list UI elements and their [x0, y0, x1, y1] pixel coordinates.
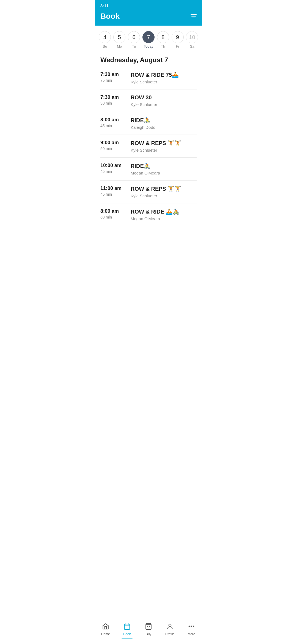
class-time-main: 7:30 am	[100, 72, 131, 77]
class-item[interactable]: 10:00 am45 minRIDE🚴Megan O'Meara	[100, 158, 197, 181]
class-time-duration: 50 min	[100, 146, 131, 151]
date-number-7: 7	[142, 31, 155, 43]
class-time-main: 7:30 am	[100, 94, 131, 100]
class-item[interactable]: 7:30 am30 minROW 30Kyle Schlueter	[100, 89, 197, 112]
page-content: 4Su5Mo6Tu7Today8Th9Fr10Sa Wednesday, Aug…	[95, 26, 202, 251]
class-instructor: Megan O'Meara	[131, 216, 197, 221]
class-info: RIDE🚴Megan O'Meara	[131, 163, 197, 175]
class-instructor: Kyle Schlueter	[131, 193, 197, 198]
filter-line-3	[192, 18, 195, 18]
class-instructor: Kaleigh Dodd	[131, 125, 197, 130]
class-info: RIDE🚴Kaleigh Dodd	[131, 117, 197, 130]
class-info: ROW & RIDE 🚣🚴Megan O'Meara	[131, 208, 197, 221]
date-item-7[interactable]: 7Today	[142, 31, 155, 48]
date-item-4[interactable]: 4Su	[98, 31, 111, 48]
class-item[interactable]: 9:00 am50 minROW & REPS 🏋️🏋️Kyle Schluet…	[100, 135, 197, 158]
date-number-8: 8	[157, 31, 169, 43]
date-number-4: 4	[99, 31, 111, 43]
class-time-block: 7:30 am75 min	[100, 72, 131, 83]
header: Book	[95, 10, 202, 26]
class-item[interactable]: 11:00 am45 minROW & REPS 🏋️🏋️Kyle Schlue…	[100, 181, 197, 203]
class-time-duration: 60 min	[100, 215, 131, 219]
date-number-5: 5	[113, 31, 125, 43]
class-name: RIDE🚴	[131, 117, 197, 124]
status-time: 3:11	[100, 3, 109, 8]
date-label-7: Today	[144, 44, 153, 48]
class-time-main: 11:00 am	[100, 185, 131, 191]
class-name: RIDE🚴	[131, 163, 197, 169]
date-label-6: Tu	[132, 44, 136, 48]
filter-line-1	[191, 14, 197, 15]
class-instructor: Kyle Schlueter	[131, 80, 197, 84]
date-number-9: 9	[172, 31, 184, 43]
class-name: ROW & REPS 🏋️🏋️	[131, 185, 197, 192]
class-instructor: Kyle Schlueter	[131, 102, 197, 107]
date-number-10: 10	[186, 31, 198, 43]
class-time-block: 8:00 am45 min	[100, 117, 131, 128]
header-title: Book	[100, 12, 120, 21]
date-label-10: Sa	[190, 44, 194, 48]
class-list: 7:30 am75 minROW & RIDE 75🚣Kyle Schluete…	[95, 67, 202, 226]
date-item-10[interactable]: 10Sa	[185, 31, 199, 48]
class-name: ROW & REPS 🏋️🏋️	[131, 140, 197, 146]
filter-icon[interactable]	[191, 14, 197, 18]
filter-line-2	[191, 16, 196, 17]
class-item[interactable]: 8:00 am45 minRIDE🚴Kaleigh Dodd	[100, 112, 197, 135]
date-label-4: Su	[103, 44, 107, 48]
class-item[interactable]: 7:30 am75 minROW & RIDE 75🚣Kyle Schluete…	[100, 67, 197, 89]
class-time-duration: 45 min	[100, 192, 131, 197]
date-label-5: Mo	[117, 44, 122, 48]
day-heading: Wednesday, August 7	[95, 51, 202, 67]
class-instructor: Megan O'Meara	[131, 171, 197, 175]
class-time-block: 7:30 am30 min	[100, 94, 131, 105]
class-time-duration: 45 min	[100, 169, 131, 174]
class-info: ROW 30Kyle Schlueter	[131, 94, 197, 107]
date-picker: 4Su5Mo6Tu7Today8Th9Fr10Sa	[95, 26, 202, 51]
date-item-9[interactable]: 9Fr	[171, 31, 184, 48]
date-label-9: Fr	[176, 44, 179, 48]
class-instructor: Kyle Schlueter	[131, 148, 197, 152]
class-time-duration: 75 min	[100, 78, 131, 83]
class-time-main: 8:00 am	[100, 208, 131, 214]
date-label-8: Th	[161, 44, 165, 48]
class-time-main: 10:00 am	[100, 163, 131, 168]
class-time-block: 8:00 am60 min	[100, 208, 131, 219]
class-time-main: 8:00 am	[100, 117, 131, 123]
class-info: ROW & REPS 🏋️🏋️Kyle Schlueter	[131, 185, 197, 198]
class-time-duration: 30 min	[100, 101, 131, 105]
date-item-5[interactable]: 5Mo	[113, 31, 126, 48]
class-name: ROW & RIDE 75🚣	[131, 72, 197, 78]
class-time-block: 10:00 am45 min	[100, 163, 131, 174]
date-item-8[interactable]: 8Th	[156, 31, 170, 48]
class-name: ROW 30	[131, 94, 197, 101]
class-info: ROW & REPS 🏋️🏋️Kyle Schlueter	[131, 140, 197, 152]
class-time-block: 11:00 am45 min	[100, 185, 131, 197]
class-name: ROW & RIDE 🚣🚴	[131, 208, 197, 215]
class-time-main: 9:00 am	[100, 140, 131, 146]
date-number-6: 6	[128, 31, 140, 43]
class-item[interactable]: 8:00 am60 minROW & RIDE 🚣🚴Megan O'Meara	[100, 203, 197, 226]
class-time-block: 9:00 am50 min	[100, 140, 131, 151]
date-item-6[interactable]: 6Tu	[127, 31, 141, 48]
status-bar: 3:11	[95, 0, 202, 10]
class-info: ROW & RIDE 75🚣Kyle Schlueter	[131, 72, 197, 84]
class-time-duration: 45 min	[100, 124, 131, 128]
